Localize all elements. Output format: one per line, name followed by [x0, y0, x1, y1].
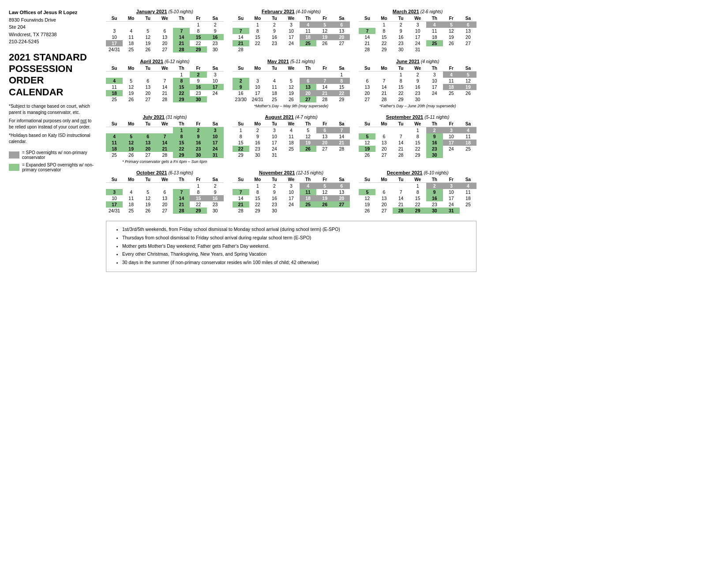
cal-cell: 12 — [300, 133, 316, 140]
col-header: Sa — [207, 121, 224, 127]
cal-cell: 12 — [283, 84, 300, 90]
month-july-2021: July 2021 (31 nights) SuMoTuWeThFrSa 123… — [106, 114, 224, 164]
cal-cell: 12 — [139, 195, 156, 201]
cal-cell: 5 — [300, 127, 316, 134]
cal-cell — [173, 183, 190, 189]
cal-cell: 27 — [333, 201, 350, 208]
cal-row: 2345678 — [233, 78, 350, 84]
cal-row: 123 — [106, 127, 224, 134]
cal-cell: 25 — [460, 201, 477, 208]
cal-cell: 10 — [207, 133, 224, 140]
cal-row: 18192021222324 — [106, 90, 224, 96]
cal-cell: 15 — [393, 84, 409, 90]
cal-row: 19202122232425 — [359, 146, 477, 152]
cal-cell: 31 — [443, 208, 460, 214]
cal-cell: 13 — [300, 84, 316, 90]
cal-cell: 30 — [393, 46, 409, 53]
cal-row: 16171819202122 — [233, 90, 350, 96]
col-header: Su — [106, 121, 123, 127]
col-header: Mo — [123, 65, 139, 72]
cal-cell: 22 — [233, 146, 249, 152]
cal-cell: 15 — [190, 195, 206, 201]
col-header: Fr — [190, 177, 206, 183]
cal-cell: 8 — [249, 28, 266, 34]
col-header: Tu — [139, 177, 156, 183]
cal-cell: 10 — [106, 34, 123, 40]
month-nights: (4-10 nights) — [296, 9, 321, 14]
cal-cell: 3 — [283, 183, 300, 189]
cal-cell — [139, 127, 156, 134]
cal-row: 12131415161718 — [359, 140, 477, 146]
cal-cell: 6 — [156, 28, 173, 34]
cal-cell: 22 — [409, 146, 426, 152]
cal-cell: 17 — [283, 195, 300, 201]
cal-cell: 28 — [173, 46, 190, 53]
cal-cell: 21 — [156, 90, 173, 96]
cal-cell: 3 — [443, 183, 460, 189]
legend-green-label: = Expanded SPO overnights w/ non-primary… — [22, 162, 97, 172]
cal-cell — [300, 208, 316, 214]
cal-cell: 31 — [409, 46, 426, 53]
cal-cell: 14 — [359, 34, 375, 40]
cal-cell: 24 — [207, 90, 224, 96]
cal-row: 19202122232425 — [359, 201, 477, 208]
cal-cell — [316, 152, 333, 158]
col-header: Su — [359, 177, 375, 183]
cal-cell: 26 — [359, 208, 375, 214]
cal-cell: 15 — [173, 140, 190, 146]
cal-row: 18192021222324 — [106, 146, 224, 152]
cal-cell: 13 — [359, 84, 375, 90]
cal-cell: 26 — [359, 152, 375, 158]
cal-cell: 25 — [123, 46, 139, 53]
cal-row: 123456 — [233, 183, 350, 189]
cal-cell: 10 — [409, 28, 426, 34]
cal-cell: 13 — [460, 28, 477, 34]
col-header: Tu — [266, 121, 283, 127]
cal-cell: 24/31 — [106, 46, 123, 53]
cal-cell: 23 — [249, 146, 266, 152]
cal-cell: 20 — [156, 201, 173, 208]
cal-cell: 14 — [173, 195, 190, 201]
calendar-grid: January 2021 (5-10 nights) SuMoTuWeThFrS… — [106, 9, 477, 214]
cal-row: 14151617181920 — [233, 195, 350, 201]
cal-row: 12131415161718 — [359, 195, 477, 201]
cal-cell — [283, 208, 300, 214]
legend-gray: = SPO overnights w/ non-primary conserva… — [9, 150, 97, 160]
cal-cell: 10 — [443, 133, 460, 140]
cal-cell: 17 — [106, 40, 123, 46]
sidebar: Law Offices of Jesus R Lopez 8930 Fourwi… — [9, 9, 97, 272]
cal-cell: 17 — [409, 34, 426, 40]
firm-address2: Ste 204 — [9, 24, 26, 30]
col-header: Fr — [316, 121, 333, 127]
cal-cell: 16 — [266, 34, 283, 40]
cal-cell: 19 — [443, 34, 460, 40]
cal-cell: 10 — [426, 78, 443, 84]
col-header: Fr — [443, 121, 460, 127]
cal-cell: 24 — [207, 146, 224, 152]
cal-row: 28 — [233, 46, 350, 53]
cal-row: 17181920212223 — [106, 201, 224, 208]
cal-cell: 5 — [443, 22, 460, 28]
cal-cell: 1 — [233, 127, 249, 134]
cal-cell: 8 — [333, 78, 350, 84]
col-header: Sa — [333, 121, 350, 127]
cal-cell: 18 — [106, 146, 123, 152]
cal-row: 123 — [106, 72, 224, 78]
col-header: Mo — [375, 121, 392, 127]
cal-cell: 14 — [156, 84, 173, 90]
cal-cell: 4 — [123, 189, 139, 195]
cal-row: 11121314151617 — [106, 140, 224, 146]
col-header: Th — [300, 177, 316, 183]
cal-cell: 29 — [173, 96, 190, 102]
cal-cell: 29 — [190, 208, 206, 214]
cal-cell: 23 — [207, 201, 224, 208]
cal-cell: 3 — [249, 78, 266, 84]
cal-cell: 18 — [443, 84, 460, 90]
cal-cell — [156, 127, 173, 134]
cal-cell: 3 — [283, 22, 300, 28]
cal-row: 567891011 — [359, 133, 477, 140]
cal-cell: 18 — [123, 201, 139, 208]
col-header: Th — [173, 177, 190, 183]
cal-row: 10111213141516 — [106, 195, 224, 201]
cal-table: SuMoTuWeThFrSa 12345 6789101112 13141516… — [359, 65, 477, 102]
